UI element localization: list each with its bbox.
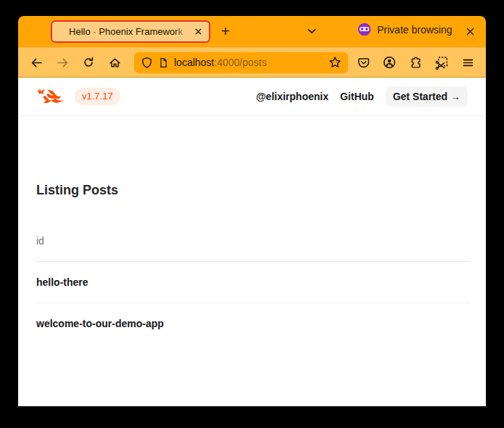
- get-started-button[interactable]: Get Started →: [386, 86, 468, 107]
- home-icon[interactable]: [104, 52, 125, 73]
- private-browsing-indicator: Private browsing: [358, 22, 453, 36]
- bookmark-star-icon[interactable]: [329, 56, 342, 69]
- post-id-cell[interactable]: welcome-to-our-demo-app: [36, 303, 470, 344]
- nav-buttons: [25, 52, 125, 73]
- url-text: localhost:4000/posts: [174, 57, 323, 68]
- reload-icon[interactable]: [78, 52, 99, 73]
- extensions-icon[interactable]: [406, 52, 425, 73]
- url-bar[interactable]: localhost:4000/posts: [134, 52, 348, 73]
- active-tab[interactable]: Hello · Phoenix Framework: [51, 20, 210, 43]
- back-icon[interactable]: [25, 52, 47, 73]
- page-title: Listing Posts: [36, 180, 470, 200]
- url-path: :4000/posts: [214, 57, 266, 68]
- private-mask-icon: [358, 22, 371, 36]
- version-badge: v1.7.17: [75, 88, 120, 105]
- browser-window: Hello · Phoenix Framework +: [18, 16, 486, 406]
- navigation-toolbar: localhost:4000/posts: [18, 47, 486, 78]
- window-close-icon[interactable]: [461, 22, 479, 40]
- column-header-id: id: [36, 232, 470, 262]
- shield-icon[interactable]: [141, 57, 153, 69]
- phoenix-logo-icon[interactable]: [36, 87, 64, 106]
- table-row[interactable]: welcome-to-our-demo-app: [36, 303, 470, 345]
- account-icon[interactable]: [380, 52, 399, 73]
- menu-icon[interactable]: [458, 52, 477, 73]
- private-browsing-label: Private browsing: [377, 24, 453, 36]
- forward-icon[interactable]: [51, 52, 73, 73]
- tab-title: Hello · Phoenix Framework: [52, 26, 191, 37]
- tab-bar: Hello · Phoenix Framework +: [18, 16, 486, 47]
- chevron-down-icon[interactable]: [302, 22, 321, 41]
- github-link[interactable]: GitHub: [340, 91, 374, 102]
- table-row[interactable]: hello-there: [36, 262, 470, 303]
- tab-title-fade: [175, 26, 191, 37]
- pocket-icon[interactable]: [354, 52, 373, 73]
- site-header-left: v1.7.17: [36, 87, 120, 106]
- twitter-link[interactable]: @elixirphoenix: [256, 91, 329, 102]
- toolbar-right-buttons: [354, 52, 479, 73]
- screenshot-icon[interactable]: [432, 52, 451, 73]
- new-tab-button[interactable]: +: [215, 21, 236, 41]
- site-header: v1.7.17 @elixirphoenix GitHub Get Starte…: [18, 78, 486, 116]
- site-header-right: @elixirphoenix GitHub Get Started →: [256, 86, 468, 107]
- site-main: Listing Posts id hello-there welcome-to-…: [18, 116, 486, 344]
- post-id-cell[interactable]: hello-there: [36, 262, 470, 303]
- page-content: v1.7.17 @elixirphoenix GitHub Get Starte…: [18, 78, 486, 406]
- screenshot-stage: Hello · Phoenix Framework +: [0, 0, 504, 428]
- page-info-icon[interactable]: [158, 57, 169, 68]
- url-host: localhost: [174, 57, 214, 68]
- tab-close-icon[interactable]: [191, 25, 205, 39]
- posts-table: id hello-there welcome-to-our-demo-app: [36, 232, 470, 344]
